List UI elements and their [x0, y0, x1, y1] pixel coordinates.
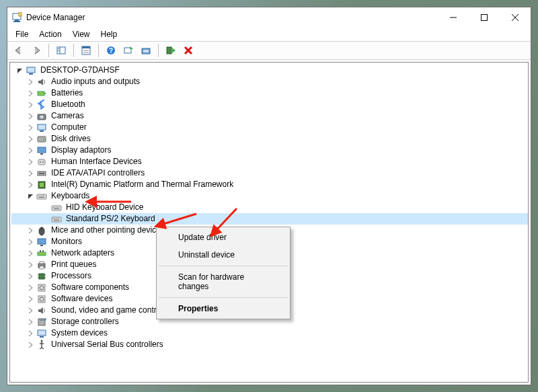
svg-rect-74: [39, 274, 44, 279]
chevron-right-icon[interactable]: [26, 272, 35, 280]
tree-category-label: System devices: [50, 327, 109, 339]
update-driver-button[interactable]: [139, 43, 153, 58]
chevron-right-icon[interactable]: [26, 123, 35, 132]
tree-category-label: Storage controllers: [50, 316, 120, 327]
tree-category-label: Intel(R) Dynamic Platform and Thermal Fr…: [50, 179, 235, 190]
chevron-right-icon[interactable]: [26, 260, 35, 269]
keyboard-icon: [51, 202, 62, 213]
minimize-button[interactable]: [438, 7, 469, 28]
svg-rect-24: [27, 67, 35, 73]
ctx-scan-hardware[interactable]: Scan for hardware changes: [158, 268, 289, 295]
tree-category[interactable]: Audio inputs and outputs: [11, 76, 528, 87]
chevron-right-icon[interactable]: [26, 112, 35, 120]
tree-category[interactable]: Batteries: [11, 87, 528, 99]
close-button[interactable]: [500, 7, 531, 28]
tree-device-label: Standard PS/2 Keyboard: [65, 213, 157, 225]
chevron-right-icon[interactable]: [26, 134, 35, 143]
tree-category[interactable]: Computer: [11, 122, 528, 133]
svg-rect-59: [54, 219, 55, 219]
tree-device-selected[interactable]: Standard PS/2 Keyboard: [11, 213, 528, 225]
tree-category-label: Display adaptors: [50, 145, 112, 156]
ctx-uninstall-device[interactable]: Uninstall device: [158, 246, 289, 264]
svg-rect-60: [56, 219, 56, 219]
chevron-right-icon[interactable]: [26, 146, 35, 155]
tree-category[interactable]: Bluetooth: [11, 99, 528, 110]
svg-rect-35: [40, 153, 43, 155]
tree-category-label: Universal Serial Bus controllers: [50, 339, 165, 350]
svg-rect-30: [38, 124, 46, 130]
ctx-update-driver[interactable]: Update driver: [158, 229, 289, 246]
tree-category[interactable]: Human Interface Devices: [11, 156, 528, 167]
enable-device-button[interactable]: [163, 43, 178, 58]
tree-category[interactable]: Intel(R) Dynamic Platform and Thermal Fr…: [11, 179, 528, 190]
back-button[interactable]: [11, 43, 26, 58]
svg-rect-27: [44, 93, 46, 94]
scan-hardware-button[interactable]: [121, 43, 136, 58]
svg-rect-42: [40, 183, 44, 187]
menu-action[interactable]: Action: [34, 28, 67, 40]
forward-button[interactable]: [29, 43, 44, 58]
tree-category[interactable]: IDE ATA/ATAPI controllers: [11, 167, 528, 179]
titlebar: Device Manager: [7, 7, 531, 28]
menu-view[interactable]: View: [67, 28, 95, 40]
svg-rect-34: [38, 147, 46, 153]
ctx-properties[interactable]: Properties: [158, 300, 289, 317]
app-icon: [11, 12, 22, 23]
svg-rect-84: [38, 330, 46, 336]
chevron-right-icon[interactable]: [26, 249, 35, 258]
tree-category[interactable]: Universal Serial Bus controllers: [11, 339, 528, 350]
svg-rect-20: [143, 50, 149, 52]
device-category-icon: [36, 180, 47, 190]
chevron-right-icon[interactable]: [26, 169, 35, 178]
properties-button[interactable]: [79, 43, 93, 58]
svg-rect-48: [44, 196, 44, 196]
chevron-right-icon[interactable]: [26, 100, 35, 109]
chevron-right-icon[interactable]: [26, 317, 35, 326]
toolbar-separator: [48, 44, 49, 57]
tree-category[interactable]: Keyboards: [11, 190, 528, 202]
chevron-down-icon[interactable]: [15, 66, 24, 75]
device-tree[interactable]: DESKTOP-G7DAHSF Audio inputs and outputs…: [9, 62, 529, 383]
svg-point-38: [42, 161, 44, 163]
chevron-right-icon[interactable]: [26, 77, 35, 86]
chevron-placeholder: [41, 214, 50, 223]
device-category-icon: [36, 111, 47, 122]
chevron-right-icon[interactable]: [26, 295, 35, 303]
device-category-icon: [36, 282, 47, 293]
tree-category-label: Software devices: [50, 293, 114, 305]
chevron-right-icon[interactable]: [26, 226, 35, 235]
tree-category[interactable]: Cameras: [11, 110, 528, 122]
device-category-icon: [36, 317, 47, 327]
chevron-down-icon[interactable]: [26, 192, 35, 200]
svg-rect-50: [52, 206, 61, 210]
menu-file[interactable]: File: [10, 28, 34, 40]
chevron-right-icon[interactable]: [26, 180, 35, 189]
chevron-right-icon[interactable]: [26, 306, 35, 315]
tree-category[interactable]: System devices: [11, 327, 528, 339]
device-category-icon: [36, 145, 47, 156]
chevron-right-icon[interactable]: [26, 283, 35, 292]
chevron-right-icon[interactable]: [26, 340, 35, 349]
device-category-icon: [36, 328, 47, 339]
tree-category[interactable]: Display adaptors: [11, 145, 528, 156]
help-button[interactable]: ?: [104, 43, 118, 58]
tree-device[interactable]: HID Keyboard Device: [11, 202, 528, 213]
svg-rect-57: [52, 217, 61, 222]
show-hide-tree-button[interactable]: [54, 43, 69, 58]
context-menu-separator: [159, 297, 288, 298]
svg-rect-3: [13, 21, 20, 22]
chevron-right-icon[interactable]: [26, 237, 35, 246]
tree-root[interactable]: DESKTOP-G7DAHSF: [11, 65, 528, 76]
svg-rect-5: [482, 15, 488, 21]
uninstall-device-button[interactable]: [181, 43, 196, 58]
chevron-right-icon[interactable]: [26, 89, 35, 97]
chevron-right-icon[interactable]: [26, 329, 35, 338]
svg-rect-56: [54, 208, 59, 209]
maximize-button[interactable]: [469, 7, 500, 28]
svg-rect-25: [29, 73, 33, 75]
tree-category-label: Mice and other pointing devices: [50, 225, 166, 236]
chevron-right-icon[interactable]: [26, 157, 35, 166]
tree-category[interactable]: Disk drives: [11, 133, 528, 145]
menu-help[interactable]: Help: [95, 28, 123, 40]
svg-rect-46: [41, 196, 42, 196]
